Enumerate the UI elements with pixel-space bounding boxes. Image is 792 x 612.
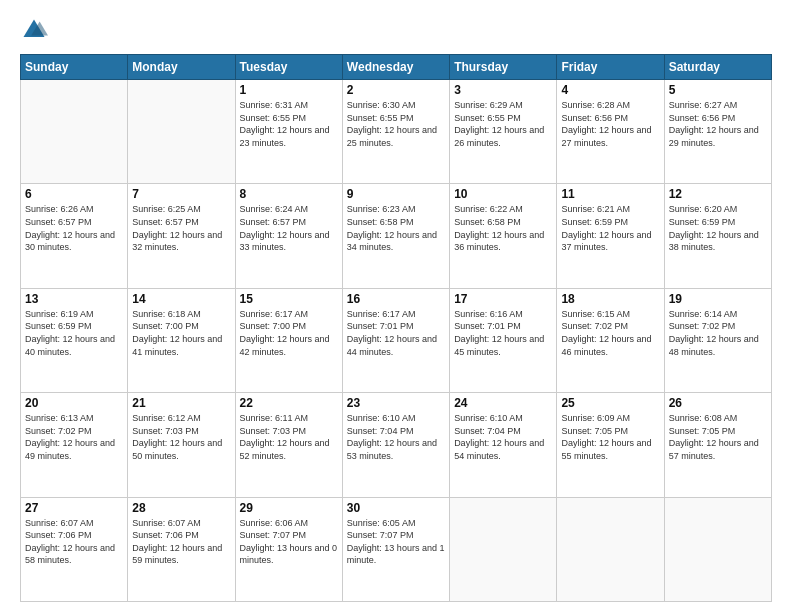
header [20, 16, 772, 44]
calendar-cell [21, 80, 128, 184]
calendar-cell: 29Sunrise: 6:06 AMSunset: 7:07 PMDayligh… [235, 497, 342, 601]
weekday-header-tuesday: Tuesday [235, 55, 342, 80]
day-number: 27 [25, 501, 123, 515]
calendar-cell: 30Sunrise: 6:05 AMSunset: 7:07 PMDayligh… [342, 497, 449, 601]
calendar-cell: 5Sunrise: 6:27 AMSunset: 6:56 PMDaylight… [664, 80, 771, 184]
day-number: 12 [669, 187, 767, 201]
calendar-cell: 9Sunrise: 6:23 AMSunset: 6:58 PMDaylight… [342, 184, 449, 288]
week-row-5: 27Sunrise: 6:07 AMSunset: 7:06 PMDayligh… [21, 497, 772, 601]
day-number: 5 [669, 83, 767, 97]
day-info: Sunrise: 6:07 AMSunset: 7:06 PMDaylight:… [132, 517, 230, 567]
day-number: 8 [240, 187, 338, 201]
day-info: Sunrise: 6:10 AMSunset: 7:04 PMDaylight:… [347, 412, 445, 462]
calendar-cell: 13Sunrise: 6:19 AMSunset: 6:59 PMDayligh… [21, 288, 128, 392]
day-number: 3 [454, 83, 552, 97]
day-info: Sunrise: 6:10 AMSunset: 7:04 PMDaylight:… [454, 412, 552, 462]
calendar-cell: 8Sunrise: 6:24 AMSunset: 6:57 PMDaylight… [235, 184, 342, 288]
calendar-cell: 15Sunrise: 6:17 AMSunset: 7:00 PMDayligh… [235, 288, 342, 392]
weekday-header-thursday: Thursday [450, 55, 557, 80]
day-number: 22 [240, 396, 338, 410]
logo [20, 16, 52, 44]
calendar-cell: 24Sunrise: 6:10 AMSunset: 7:04 PMDayligh… [450, 393, 557, 497]
weekday-header-monday: Monday [128, 55, 235, 80]
day-number: 15 [240, 292, 338, 306]
week-row-1: 1Sunrise: 6:31 AMSunset: 6:55 PMDaylight… [21, 80, 772, 184]
calendar-cell: 27Sunrise: 6:07 AMSunset: 7:06 PMDayligh… [21, 497, 128, 601]
day-info: Sunrise: 6:22 AMSunset: 6:58 PMDaylight:… [454, 203, 552, 253]
calendar-cell: 25Sunrise: 6:09 AMSunset: 7:05 PMDayligh… [557, 393, 664, 497]
day-number: 6 [25, 187, 123, 201]
page: SundayMondayTuesdayWednesdayThursdayFrid… [0, 0, 792, 612]
day-info: Sunrise: 6:17 AMSunset: 7:00 PMDaylight:… [240, 308, 338, 358]
calendar-cell: 1Sunrise: 6:31 AMSunset: 6:55 PMDaylight… [235, 80, 342, 184]
day-number: 7 [132, 187, 230, 201]
day-number: 9 [347, 187, 445, 201]
logo-icon [20, 16, 48, 44]
week-row-2: 6Sunrise: 6:26 AMSunset: 6:57 PMDaylight… [21, 184, 772, 288]
calendar-cell: 26Sunrise: 6:08 AMSunset: 7:05 PMDayligh… [664, 393, 771, 497]
day-info: Sunrise: 6:12 AMSunset: 7:03 PMDaylight:… [132, 412, 230, 462]
day-info: Sunrise: 6:08 AMSunset: 7:05 PMDaylight:… [669, 412, 767, 462]
day-info: Sunrise: 6:29 AMSunset: 6:55 PMDaylight:… [454, 99, 552, 149]
calendar-cell: 4Sunrise: 6:28 AMSunset: 6:56 PMDaylight… [557, 80, 664, 184]
week-row-4: 20Sunrise: 6:13 AMSunset: 7:02 PMDayligh… [21, 393, 772, 497]
day-info: Sunrise: 6:27 AMSunset: 6:56 PMDaylight:… [669, 99, 767, 149]
day-info: Sunrise: 6:20 AMSunset: 6:59 PMDaylight:… [669, 203, 767, 253]
day-info: Sunrise: 6:17 AMSunset: 7:01 PMDaylight:… [347, 308, 445, 358]
day-info: Sunrise: 6:11 AMSunset: 7:03 PMDaylight:… [240, 412, 338, 462]
day-info: Sunrise: 6:07 AMSunset: 7:06 PMDaylight:… [25, 517, 123, 567]
day-info: Sunrise: 6:13 AMSunset: 7:02 PMDaylight:… [25, 412, 123, 462]
calendar-table: SundayMondayTuesdayWednesdayThursdayFrid… [20, 54, 772, 602]
week-row-3: 13Sunrise: 6:19 AMSunset: 6:59 PMDayligh… [21, 288, 772, 392]
day-info: Sunrise: 6:30 AMSunset: 6:55 PMDaylight:… [347, 99, 445, 149]
day-number: 2 [347, 83, 445, 97]
day-number: 11 [561, 187, 659, 201]
day-number: 24 [454, 396, 552, 410]
day-info: Sunrise: 6:21 AMSunset: 6:59 PMDaylight:… [561, 203, 659, 253]
day-info: Sunrise: 6:09 AMSunset: 7:05 PMDaylight:… [561, 412, 659, 462]
day-number: 21 [132, 396, 230, 410]
day-number: 17 [454, 292, 552, 306]
calendar-cell: 2Sunrise: 6:30 AMSunset: 6:55 PMDaylight… [342, 80, 449, 184]
calendar-cell: 22Sunrise: 6:11 AMSunset: 7:03 PMDayligh… [235, 393, 342, 497]
day-number: 4 [561, 83, 659, 97]
day-info: Sunrise: 6:19 AMSunset: 6:59 PMDaylight:… [25, 308, 123, 358]
day-number: 16 [347, 292, 445, 306]
calendar-cell [664, 497, 771, 601]
calendar-cell: 19Sunrise: 6:14 AMSunset: 7:02 PMDayligh… [664, 288, 771, 392]
calendar-cell: 18Sunrise: 6:15 AMSunset: 7:02 PMDayligh… [557, 288, 664, 392]
calendar-cell: 3Sunrise: 6:29 AMSunset: 6:55 PMDaylight… [450, 80, 557, 184]
day-number: 1 [240, 83, 338, 97]
weekday-header-row: SundayMondayTuesdayWednesdayThursdayFrid… [21, 55, 772, 80]
day-number: 26 [669, 396, 767, 410]
day-number: 10 [454, 187, 552, 201]
day-number: 20 [25, 396, 123, 410]
day-number: 30 [347, 501, 445, 515]
calendar-cell: 23Sunrise: 6:10 AMSunset: 7:04 PMDayligh… [342, 393, 449, 497]
calendar-cell: 28Sunrise: 6:07 AMSunset: 7:06 PMDayligh… [128, 497, 235, 601]
calendar-cell [128, 80, 235, 184]
weekday-header-sunday: Sunday [21, 55, 128, 80]
weekday-header-friday: Friday [557, 55, 664, 80]
calendar-cell: 21Sunrise: 6:12 AMSunset: 7:03 PMDayligh… [128, 393, 235, 497]
weekday-header-saturday: Saturday [664, 55, 771, 80]
calendar-cell: 20Sunrise: 6:13 AMSunset: 7:02 PMDayligh… [21, 393, 128, 497]
calendar-cell [450, 497, 557, 601]
day-number: 23 [347, 396, 445, 410]
day-info: Sunrise: 6:05 AMSunset: 7:07 PMDaylight:… [347, 517, 445, 567]
calendar-cell: 10Sunrise: 6:22 AMSunset: 6:58 PMDayligh… [450, 184, 557, 288]
day-info: Sunrise: 6:26 AMSunset: 6:57 PMDaylight:… [25, 203, 123, 253]
day-info: Sunrise: 6:31 AMSunset: 6:55 PMDaylight:… [240, 99, 338, 149]
day-info: Sunrise: 6:24 AMSunset: 6:57 PMDaylight:… [240, 203, 338, 253]
day-number: 28 [132, 501, 230, 515]
day-number: 18 [561, 292, 659, 306]
calendar-cell: 16Sunrise: 6:17 AMSunset: 7:01 PMDayligh… [342, 288, 449, 392]
calendar-cell: 11Sunrise: 6:21 AMSunset: 6:59 PMDayligh… [557, 184, 664, 288]
calendar-cell: 12Sunrise: 6:20 AMSunset: 6:59 PMDayligh… [664, 184, 771, 288]
day-info: Sunrise: 6:28 AMSunset: 6:56 PMDaylight:… [561, 99, 659, 149]
day-info: Sunrise: 6:14 AMSunset: 7:02 PMDaylight:… [669, 308, 767, 358]
day-number: 25 [561, 396, 659, 410]
day-number: 14 [132, 292, 230, 306]
day-info: Sunrise: 6:15 AMSunset: 7:02 PMDaylight:… [561, 308, 659, 358]
day-info: Sunrise: 6:06 AMSunset: 7:07 PMDaylight:… [240, 517, 338, 567]
